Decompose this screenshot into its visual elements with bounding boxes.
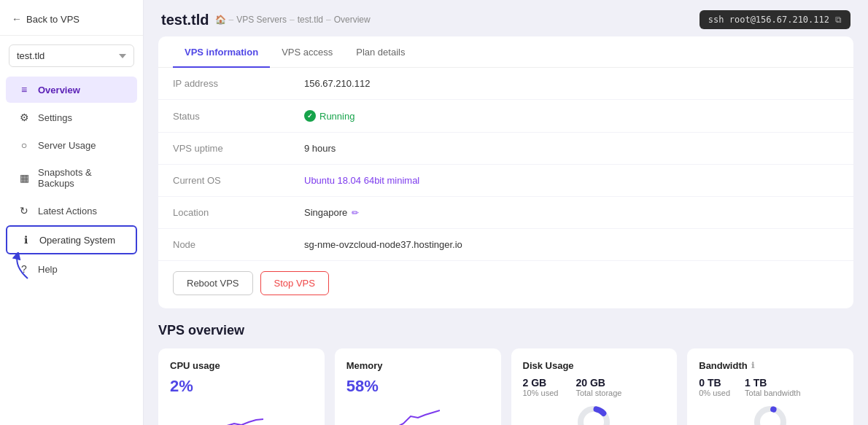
tab-vps-access[interactable]: VPS access: [270, 36, 344, 68]
info-row-status: Status Running: [158, 100, 853, 133]
memory-card: Memory 58%: [335, 348, 501, 425]
os-label: Current OS: [173, 175, 304, 186]
disk-used-stat: 2 GB 10% used: [523, 377, 559, 397]
vps-overview-section: VPS overview CPU usage 2% Memory 58%: [158, 323, 853, 425]
tab-vps-information[interactable]: VPS information: [173, 36, 270, 68]
sidebar-item-operating-system[interactable]: ℹ Operating System: [6, 225, 137, 254]
breadcrumb-test-tld[interactable]: test.tld: [298, 15, 323, 25]
sidebar-item-label: Latest Actions: [38, 206, 97, 217]
ssh-command-text: ssh root@156.67.210.112: [708, 15, 829, 25]
breadcrumb-home-icon: 🏠: [215, 15, 226, 25]
memory-card-title: Memory: [346, 360, 489, 371]
sidebar-item-latest-actions[interactable]: ↻ Latest Actions: [6, 198, 137, 224]
bandwidth-used-value: 0 TB: [699, 377, 730, 389]
bandwidth-title-text: Bandwidth: [699, 360, 747, 371]
status-running: Running: [304, 110, 354, 122]
os-value[interactable]: Ubuntu 18.04 64bit minimal: [304, 175, 419, 186]
disk-usage-card: Disk Usage 2 GB 10% used 20 GB Total sto…: [511, 348, 678, 425]
copy-icon[interactable]: ⧉: [835, 15, 842, 25]
info-row-ip: IP address 156.67.210.112: [158, 68, 853, 100]
sidebar-item-label: Settings: [38, 112, 72, 123]
bandwidth-card-title: Bandwidth ℹ: [699, 360, 842, 371]
disk-used-value: 2 GB: [523, 377, 559, 389]
settings-icon: ⚙: [18, 112, 31, 123]
sidebar-item-server-usage[interactable]: ○ Server Usage: [6, 132, 137, 158]
main-content: test.tld 🏠 – VPS Servers – test.tld – Ov…: [144, 0, 868, 425]
ip-label: IP address: [173, 78, 304, 89]
sidebar-item-settings[interactable]: ⚙ Settings: [6, 104, 137, 130]
sidebar-item-snapshots[interactable]: ▦ Snapshots &Backups: [6, 160, 137, 196]
content-area: VPS information VPS access Plan details …: [144, 36, 868, 425]
operating-system-wrapper: ℹ Operating System: [0, 225, 143, 255]
tab-plan-details[interactable]: Plan details: [344, 36, 416, 68]
stop-vps-button[interactable]: Stop VPS: [260, 271, 329, 295]
page-title: test.tld: [161, 12, 209, 28]
breadcrumb-vps-servers[interactable]: VPS Servers: [236, 15, 287, 25]
uptime-value: 9 hours: [304, 143, 336, 154]
breadcrumb-sep3: –: [326, 15, 331, 25]
server-select-container: test.tld: [0, 44, 143, 76]
disk-used-label: 10% used: [523, 389, 559, 397]
node-value: sg-nme-ovzcloud-node37.hostinger.io: [304, 239, 462, 250]
sidebar-item-label: Operating System: [39, 235, 115, 246]
sidebar: ← Back to VPS test.tld ≡ Overview ⚙ Sett…: [0, 0, 144, 425]
info-row-location: Location Singapore ✏: [158, 197, 853, 229]
status-label: Status: [173, 111, 304, 122]
cpu-chart: [220, 402, 263, 425]
info-row-uptime: VPS uptime 9 hours: [158, 133, 853, 165]
info-icon: ℹ: [19, 234, 32, 246]
location-text: Singapore: [304, 207, 347, 218]
location-value: Singapore ✏: [304, 207, 359, 218]
sidebar-item-help[interactable]: ? Help: [6, 256, 137, 282]
bandwidth-used-label: 0% used: [699, 389, 730, 397]
info-row-os: Current OS Ubuntu 18.04 64bit minimal: [158, 165, 853, 197]
latest-actions-icon: ↻: [18, 205, 31, 217]
back-to-vps-button[interactable]: ← Back to VPS: [0, 0, 143, 35]
overview-cards: CPU usage 2% Memory 58%: [158, 348, 853, 425]
tab-bar: VPS information VPS access Plan details: [158, 36, 853, 68]
bandwidth-total-stat: 1 TB Total bandwidth: [745, 377, 800, 397]
svg-point-3: [757, 409, 783, 425]
bandwidth-used-stat: 0 TB 0% used: [699, 377, 730, 397]
vps-info-card: VPS information VPS access Plan details …: [158, 36, 853, 308]
sidebar-item-label: Snapshots &Backups: [38, 167, 92, 189]
tab-label: VPS access: [282, 47, 333, 58]
tab-label: Plan details: [356, 47, 405, 58]
back-arrow-icon: ←: [12, 13, 22, 25]
bandwidth-total-value: 1 TB: [745, 377, 800, 389]
server-usage-icon: ○: [18, 139, 31, 151]
location-label: Location: [173, 207, 304, 218]
status-text: Running: [319, 111, 354, 122]
server-select[interactable]: test.tld: [9, 44, 134, 67]
breadcrumb-sep2: –: [290, 15, 295, 25]
action-buttons: Reboot VPS Stop VPS: [158, 261, 853, 308]
node-label: Node: [173, 239, 304, 250]
breadcrumb-sep1: –: [229, 15, 234, 25]
help-icon: ?: [18, 263, 31, 275]
disk-card-title: Disk Usage: [523, 360, 666, 371]
header-left: test.tld 🏠 – VPS Servers – test.tld – Ov…: [161, 12, 371, 28]
edit-location-icon[interactable]: ✏: [352, 208, 359, 218]
cpu-value: 2%: [170, 377, 313, 396]
cpu-usage-card: CPU usage 2%: [158, 348, 325, 425]
bandwidth-stats: 0 TB 0% used 1 TB Total bandwidth: [699, 377, 842, 397]
info-row-node: Node sg-nme-ovzcloud-node37.hostinger.io: [158, 229, 853, 261]
disk-stats: 2 GB 10% used 20 GB Total storage: [523, 377, 666, 397]
back-to-vps-label: Back to VPS: [26, 14, 80, 25]
bandwidth-total-label: Total bandwidth: [745, 389, 800, 397]
bandwidth-card: Bandwidth ℹ 0 TB 0% used 1 TB Total band…: [687, 348, 853, 425]
sidebar-divider: [0, 35, 143, 36]
breadcrumb-overview: Overview: [334, 15, 371, 25]
bandwidth-donut-chart: [699, 400, 842, 425]
status-value: Running: [304, 110, 354, 122]
page-header: test.tld 🏠 – VPS Servers – test.tld – Ov…: [144, 0, 868, 36]
reboot-vps-button[interactable]: Reboot VPS: [173, 271, 253, 295]
sidebar-item-overview[interactable]: ≡ Overview: [6, 77, 137, 103]
sidebar-item-label: Help: [38, 264, 58, 275]
tab-label: VPS information: [185, 47, 258, 58]
uptime-label: VPS uptime: [173, 143, 304, 154]
breadcrumb: 🏠 – VPS Servers – test.tld – Overview: [215, 15, 371, 25]
snapshots-icon: ▦: [18, 172, 31, 184]
overview-icon: ≡: [18, 84, 31, 95]
sidebar-item-label: Overview: [38, 85, 80, 95]
